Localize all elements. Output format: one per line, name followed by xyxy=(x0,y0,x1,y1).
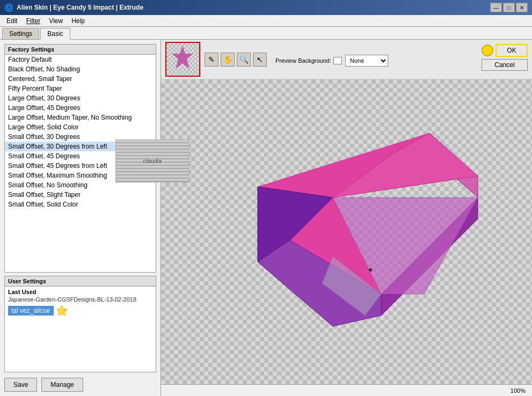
ok-cancel-area: OK Cancel xyxy=(482,44,528,71)
factory-settings-header: Factory Settings xyxy=(5,45,156,55)
tab-basic[interactable]: Basic xyxy=(40,28,70,40)
user-settings-content: Last Used Japanese-Garden-CGSFDesigns-BL… xyxy=(5,287,156,319)
list-item[interactable]: Factory Default xyxy=(5,55,156,64)
preview-canvas xyxy=(161,79,532,384)
tab-settings[interactable]: Settings xyxy=(2,28,39,39)
menu-bar: Edit Filter View Help xyxy=(0,15,532,27)
preview-area xyxy=(161,79,532,384)
last-used-label: Last Used xyxy=(8,289,152,295)
menu-view[interactable]: View xyxy=(45,16,67,26)
right-panel: ✎ ✋ 🔍 ↖ Preview Background: None White B… xyxy=(161,40,532,396)
bottom-buttons: Save Manage xyxy=(4,378,156,392)
selected-user-item[interactable]: tal vez_aliciar xyxy=(8,306,54,316)
tabs-bar: Settings Basic xyxy=(0,27,532,40)
manage-button[interactable]: Manage xyxy=(41,378,83,392)
ok-gold-ring xyxy=(482,45,493,56)
save-button[interactable]: Save xyxy=(4,378,37,392)
title-bar: 🌀 Alien Skin | Eye Candy 5 Impact | Extr… xyxy=(0,0,532,15)
select-tool-button[interactable]: ↖ xyxy=(253,53,267,67)
zoom-tool-button[interactable]: 🔍 xyxy=(237,53,251,67)
list-item[interactable]: Centered, Small Taper xyxy=(5,74,156,84)
cancel-button[interactable]: Cancel xyxy=(482,59,528,71)
cursor-dot xyxy=(369,268,372,272)
menu-filter[interactable]: Filter xyxy=(22,16,45,26)
list-item[interactable]: Large Offset, 45 Degrees xyxy=(5,103,156,113)
menu-help[interactable]: Help xyxy=(67,16,89,26)
preview-bg-select[interactable]: None White Black Custom xyxy=(345,55,388,67)
pan-tool-button[interactable]: ✋ xyxy=(221,53,235,67)
watermark-preview: claudia xyxy=(115,140,190,182)
ok-button[interactable]: OK xyxy=(495,44,528,57)
user-settings-section: User Settings Last Used Japanese-Garden-… xyxy=(4,276,156,372)
user-settings-header: User Settings xyxy=(5,276,156,287)
list-item[interactable]: Large Offset, 30 Degrees xyxy=(5,93,156,103)
toolbar: ✎ ✋ 🔍 ↖ xyxy=(205,53,267,67)
list-item[interactable]: Black Offset, No Shading xyxy=(5,64,156,74)
maximize-button[interactable]: □ xyxy=(503,3,515,12)
last-used-value: Japanese-Garden-CGSFDesigns-BL-13-02-201… xyxy=(8,296,152,303)
status-bar: 100% xyxy=(161,384,532,396)
app-icon: 🌀 xyxy=(4,3,13,12)
preview-bg-color-swatch xyxy=(333,57,342,64)
zoom-level: 100% xyxy=(511,387,526,394)
list-item[interactable]: Fifty Percent Taper xyxy=(5,84,156,93)
gold-star-icon: ⭐ xyxy=(56,305,68,317)
list-item[interactable]: Large Offset, Solid Color xyxy=(5,122,156,132)
window-title: Alien Skin | Eye Candy 5 Impact | Extrud… xyxy=(17,4,143,11)
draw-tool-button[interactable]: ✎ xyxy=(205,53,218,67)
preview-bg-control: Preview Background: None White Black Cus… xyxy=(275,55,388,67)
preview-bg-label: Preview Background: xyxy=(275,57,331,64)
close-button[interactable]: ✕ xyxy=(516,3,528,12)
watermark-text: claudia xyxy=(143,158,162,164)
list-item[interactable]: Large Offset, Medium Taper, No Smoothing xyxy=(5,113,156,122)
list-item[interactable]: Small Offset, Solid Color xyxy=(5,200,156,209)
preview-thumbnail xyxy=(165,42,200,77)
list-item[interactable]: Small Offset, Slight Taper xyxy=(5,190,156,200)
minimize-button[interactable]: — xyxy=(490,3,502,12)
left-panel: Factory Settings Factory Default Black O… xyxy=(0,40,161,396)
menu-edit[interactable]: Edit xyxy=(2,16,22,26)
